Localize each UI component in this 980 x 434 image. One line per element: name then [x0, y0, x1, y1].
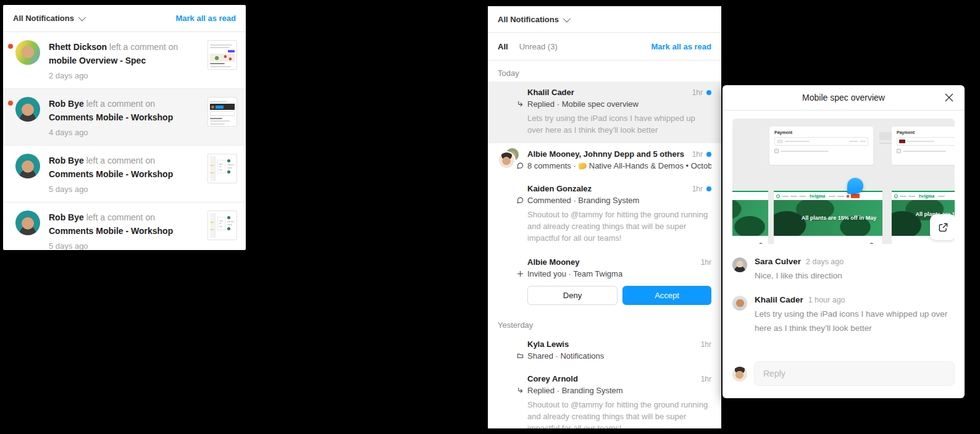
notification-headline: Khalil Cader1hr: [527, 88, 711, 97]
notification-action: Shared · Notifications: [527, 351, 711, 361]
notification-text: Rhett Dickson left a comment on mobile O…: [49, 40, 201, 67]
tab-all[interactable]: All: [498, 42, 508, 51]
notifications-filter-dropdown[interactable]: All Notifications: [13, 14, 84, 23]
avatar-wrap: [498, 88, 517, 107]
avatar-wrap: [498, 184, 517, 204]
action-text: Replied · Mobile spec overview: [527, 99, 639, 109]
notification-content: Albie Mooney1hrInvited you · Team Twigma…: [527, 257, 711, 305]
payment-label: Payment: [774, 130, 868, 135]
notification-item[interactable]: Kyla Lewis1hrShared · Notifications: [488, 333, 721, 368]
notification-headline: Albie Mooney, Johnny Depp and 5 others1h…: [527, 149, 711, 159]
comment-author: Sara Culver: [755, 257, 801, 266]
action-text: Commented · Branding System: [527, 196, 639, 205]
comment-text: Nice, I like this direction: [755, 269, 955, 283]
comment-text: Lets try using the iPad icons I have whi…: [755, 307, 955, 335]
comment-timestamp: 2 days ago: [806, 257, 844, 266]
reply-icon: [515, 99, 525, 109]
brand-logo: twigma: [919, 193, 934, 199]
avatar-wrap: [498, 257, 517, 277]
close-icon[interactable]: [942, 91, 956, 104]
storefront-mock-left: [732, 191, 768, 244]
timestamp: 5 days ago: [49, 185, 201, 194]
target-name: Comments Mobile - Workshop: [49, 169, 173, 179]
payment-card-mock: Payment: [892, 127, 955, 165]
timestamp: 2 days ago: [49, 71, 201, 80]
avatar: [732, 257, 747, 272]
search-icon: [776, 194, 780, 198]
actor-name: Rob Bye: [49, 156, 84, 165]
filter-label: All Notifications: [498, 15, 559, 24]
notifications-filter-dropdown[interactable]: All Notifications: [498, 15, 569, 24]
message-preview: Shoutout to @tammy for hitting the groun…: [527, 399, 711, 428]
thumbnail: [207, 211, 237, 240]
notification-item[interactable]: Rob Bye left a comment on Comments Mobil…: [3, 88, 246, 145]
notification-action: 8 comments ·Native All-Hands & Demos • O…: [527, 161, 711, 170]
notification-item[interactable]: Rob Bye left a comment on Comments Mobil…: [3, 145, 246, 202]
payment-checkbox-mock: [897, 149, 955, 153]
notification-item[interactable]: Albie Mooney, Johnny Depp and 5 others1h…: [488, 143, 721, 178]
comment-thread: Sara Culver2 days agoNice, I like this d…: [732, 257, 955, 348]
comment-author: Khalil Cader: [755, 295, 803, 304]
invite-actions: DenyAccept: [527, 286, 711, 305]
action-text: Replied · Branding System: [527, 386, 623, 395]
avatar-wrap: [498, 374, 517, 394]
deny-button[interactable]: Deny: [527, 286, 618, 305]
payment-checkbox-mock: [774, 149, 868, 153]
unread-dot-icon: [706, 186, 711, 191]
notification-action: Commented · Branding System: [527, 196, 711, 205]
notification-item[interactable]: Corey Arnold1hrReplied · Branding System…: [488, 368, 721, 428]
cart-icon: [847, 195, 849, 198]
comment-timestamp: 1 hour ago: [808, 296, 845, 304]
folder-icon: [515, 351, 525, 361]
avatar-wrap: [498, 149, 517, 169]
actor-name: Albie Mooney, Johnny Depp and 5 others: [527, 149, 689, 159]
actor-name: Corey Arnold: [527, 374, 697, 383]
unread-dot-icon: [706, 152, 711, 157]
hero-banner: All plants are 15% off in May: [774, 200, 882, 236]
brand-logo: twigma: [810, 193, 825, 199]
notification-item[interactable]: Khalil Cader1hrReplied · Mobile spec ove…: [488, 81, 721, 143]
avatar: [15, 97, 40, 122]
open-external-icon[interactable]: [930, 214, 955, 240]
notification-item[interactable]: Kaiden Gonzalez1hrCommented · Branding S…: [488, 178, 721, 251]
notification-item[interactable]: Albie Mooney1hrInvited you · Team Twigma…: [488, 251, 721, 312]
accept-button[interactable]: Accept: [622, 286, 711, 305]
notification-action: Replied · Branding System: [527, 386, 711, 395]
avatar-primary: [498, 151, 516, 169]
action-text: Native All-Hands & Demos • October: [589, 161, 711, 170]
payment-label: Payment: [897, 130, 955, 135]
timestamp: 1hr: [701, 340, 711, 349]
payment-card-mock: Payment: [769, 127, 873, 165]
comment-header: Sara Culver2 days ago: [755, 257, 955, 266]
payment-input-mock: [897, 137, 955, 146]
handshake-emoji: [578, 162, 587, 170]
filter-label: All Notifications: [13, 14, 74, 23]
notification-item[interactable]: Rhett Dickson left a comment on mobile O…: [3, 32, 246, 88]
comment-header: Khalil Cader1 hour ago: [755, 295, 955, 304]
chevron-down-icon: [563, 14, 571, 22]
actor-name: Rob Bye: [49, 99, 84, 109]
unread-dot-icon: [706, 90, 711, 95]
thumbnail: [207, 154, 237, 183]
notification-body: Rhett Dickson left a comment on mobile O…: [49, 40, 207, 80]
notification-body: Rob Bye left a comment on Comments Mobil…: [49, 97, 207, 137]
notification-item[interactable]: Rob Bye left a comment on Comments Mobil…: [3, 202, 246, 250]
notification-action: Invited you · Team Twigma: [527, 269, 711, 278]
reply-input[interactable]: [754, 361, 955, 386]
notification-content: Corey Arnold1hrReplied · Branding System…: [527, 374, 711, 428]
mark-all-read-button[interactable]: Mark all as read: [175, 14, 236, 23]
comment-pin-icon[interactable]: [847, 178, 863, 194]
file-preview-canvas[interactable]: Payment Complete Order Payment: [732, 119, 955, 244]
mark-all-read-button[interactable]: Mark all as read: [651, 42, 711, 51]
timestamp: 5 days ago: [49, 241, 201, 250]
comment-body: Khalil Cader1 hour agoLets try using the…: [755, 295, 955, 335]
notification-text: Rob Bye left a comment on Comments Mobil…: [49, 211, 201, 238]
tab-unread[interactable]: Unread (3): [519, 42, 558, 51]
reply-icon: [515, 385, 525, 395]
target-name: mobile Overview - Spec: [49, 56, 146, 65]
store-navbar-mock: twigma: [892, 191, 955, 200]
actor-name: Rob Bye: [49, 212, 84, 222]
avatar: [15, 40, 40, 65]
left-panel-header: All Notifications Mark all as read: [3, 5, 246, 32]
unread-dot-icon: [8, 101, 13, 106]
